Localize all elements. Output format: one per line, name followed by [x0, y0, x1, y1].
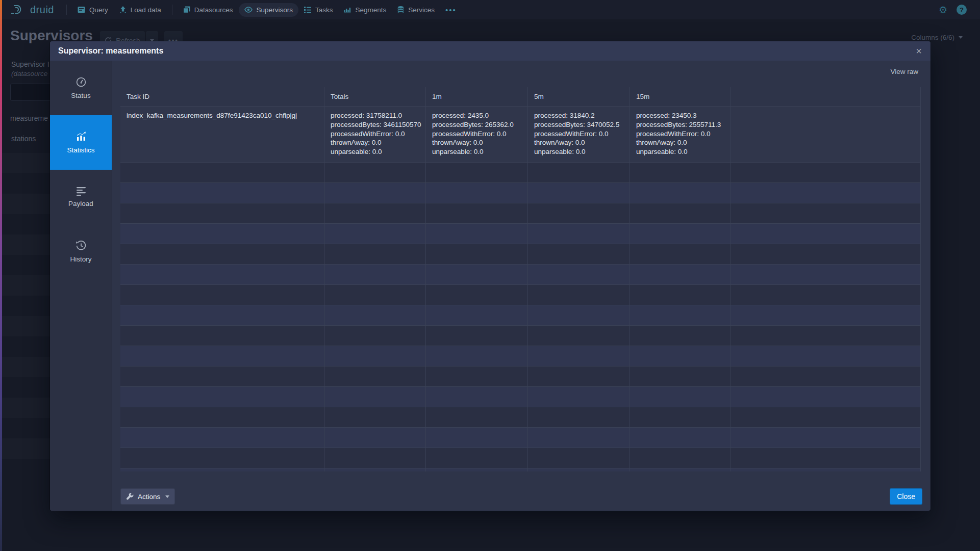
close-icon[interactable]: ×: [911, 43, 926, 59]
align-left-icon: [76, 187, 86, 196]
tab-label: Statistics: [67, 146, 94, 154]
nav-more-button[interactable]: •••: [440, 6, 462, 14]
druid-logo[interactable]: druid: [7, 4, 61, 16]
table-empty-row: [120, 163, 920, 183]
cell-empty: [731, 107, 921, 162]
supervisor-id-column-label: Supervisor I: [11, 60, 49, 68]
actions-button[interactable]: Actions: [120, 488, 175, 505]
nav-item-label: Datasources: [194, 6, 233, 14]
columns-label: Columns (6/6): [911, 34, 954, 41]
cell-totals: processed: 31758211.0 processedBytes: 34…: [324, 107, 426, 162]
column-header-task-id: Task ID: [120, 87, 324, 106]
column-header-1m: 1m: [426, 87, 528, 106]
chart-icon: [76, 131, 87, 142]
table-empty-rows: [120, 163, 920, 471]
tab-payload[interactable]: Payload: [50, 170, 112, 224]
nav-item-load-data[interactable]: Load data: [114, 3, 167, 17]
nav-item-tasks[interactable]: Tasks: [298, 3, 339, 17]
stack-icon: [183, 6, 190, 13]
dialog-body: Status Statistics Payload: [50, 61, 931, 511]
column-header-empty: [731, 87, 921, 106]
dialog-title: Supervisor: measurements: [58, 46, 163, 56]
table-empty-row: [120, 366, 920, 387]
table-empty-row: [120, 346, 920, 366]
druid-logo-icon: [10, 4, 26, 15]
nav-item-label: Segments: [355, 6, 386, 14]
table-data-row: index_kafka_measurements_d87fe91423ca010…: [120, 107, 920, 163]
nav-item-query[interactable]: Query: [72, 3, 114, 17]
table-empty-row: [120, 407, 920, 428]
bar-chart-icon: [344, 6, 351, 13]
cell-task-id: index_kafka_measurements_d87fe91423ca010…: [120, 107, 324, 162]
background-table-stripes: [2, 153, 50, 513]
column-header-5m: 5m: [528, 87, 630, 106]
wrench-icon: [126, 493, 134, 501]
view-raw-link[interactable]: View raw: [890, 68, 918, 75]
dialog-header: Supervisor: measurements ×: [50, 41, 931, 61]
help-icon[interactable]: ?: [957, 5, 967, 15]
supervisor-dialog: Supervisor: measurements × Status Stati: [50, 41, 931, 511]
nav-divider: [66, 5, 67, 15]
settings-gear-icon[interactable]: ⚙: [939, 5, 947, 15]
table-empty-row: [120, 305, 920, 326]
tab-status[interactable]: Status: [50, 61, 112, 115]
table-empty-row: [120, 448, 920, 468]
datasource-sublabel: (datasource: [11, 70, 47, 77]
database-icon: [397, 6, 404, 13]
nav-item-label: Query: [89, 6, 108, 14]
tab-history[interactable]: History: [50, 224, 112, 279]
nav-divider: [172, 5, 172, 15]
close-button[interactable]: Close: [890, 488, 922, 505]
table-empty-row: [120, 387, 920, 407]
top-nav: druid Query Load data Datasources Superv…: [0, 0, 980, 19]
nav-right: ⚙ ?: [939, 5, 980, 15]
nav-item-label: Services: [408, 6, 435, 14]
nav-item-label: Load data: [131, 6, 161, 14]
table-empty-row: [120, 428, 920, 448]
cell-5m: processed: 31840.2 processedBytes: 34700…: [528, 107, 630, 162]
dialog-footer: Actions Close: [120, 488, 922, 505]
tab-label: Payload: [68, 200, 93, 207]
upload-icon: [119, 6, 127, 13]
druid-console: druid Query Load data Datasources Superv…: [0, 0, 980, 551]
history-icon: [76, 240, 87, 251]
tab-label: Status: [71, 92, 90, 99]
nav-item-label: Tasks: [315, 6, 333, 14]
table-empty-row: [120, 265, 920, 285]
nav-item-datasources[interactable]: Datasources: [178, 3, 239, 17]
supervisor-row-stations[interactable]: stations: [11, 135, 36, 143]
dialog-side-nav: Status Statistics Payload: [50, 61, 112, 511]
table-empty-row: [120, 326, 920, 346]
cell-15m: processed: 23450.3 processedBytes: 25557…: [630, 107, 731, 162]
table-empty-row: [120, 203, 920, 224]
edge-gradient-stripe: [0, 0, 2, 551]
nav-item-supervisors[interactable]: Supervisors: [239, 3, 298, 17]
cell-1m: processed: 2435.0 processedBytes: 265362…: [426, 107, 528, 162]
table-empty-row: [120, 183, 920, 203]
eye-icon: [244, 7, 253, 13]
table-header-row: Task ID Totals 1m 5m 15m: [120, 87, 920, 107]
table-empty-row: [120, 244, 920, 265]
console-icon: [78, 6, 85, 13]
chevron-down-icon: [165, 495, 169, 498]
tab-label: History: [70, 255, 91, 263]
nav-item-services[interactable]: Services: [392, 3, 440, 17]
brand-name: druid: [30, 4, 54, 16]
table-empty-row: [120, 224, 920, 244]
statistics-table: Task ID Totals 1m 5m 15m index_kafka_mea…: [120, 87, 921, 471]
table-empty-row: [120, 468, 920, 471]
nav-item-label: Supervisors: [257, 6, 293, 14]
list-icon: [304, 7, 311, 13]
supervisor-row-measurements[interactable]: measureme: [10, 114, 48, 122]
tab-statistics[interactable]: Statistics: [50, 115, 112, 170]
table-empty-row: [120, 285, 920, 305]
dashboard-icon: [76, 76, 87, 88]
columns-dropdown[interactable]: Columns (6/6): [911, 34, 963, 41]
column-header-totals: Totals: [324, 87, 426, 106]
dialog-main: View raw Task ID Totals 1m 5m 15m index_…: [112, 61, 931, 511]
column-header-15m: 15m: [630, 87, 731, 106]
actions-label: Actions: [138, 493, 160, 501]
nav-item-segments[interactable]: Segments: [338, 3, 392, 17]
chevron-down-icon: [959, 36, 963, 39]
